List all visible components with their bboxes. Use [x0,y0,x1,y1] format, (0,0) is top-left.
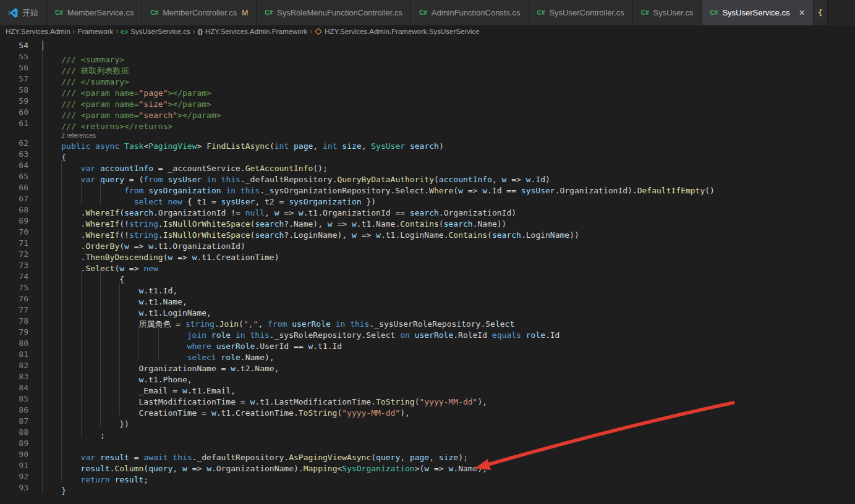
code-line-62[interactable]: public async Task<PagingView> FindListAs… [42,138,444,149]
code-line-63[interactable]: { [42,149,66,160]
line-number-77: 77 [0,304,28,316]
code-line-85[interactable]: LastModificationTime = w.t1.LastModifica… [42,393,487,405]
indent-guide [81,393,100,405]
code-line-70[interactable]: .WhereIf(!string.IsNullOrWhiteSpace(sear… [42,227,579,238]
code-line-84[interactable]: _Email = w.t1.Email, [42,382,236,393]
tab-label: SysUser.cs [653,8,694,17]
line-number-83: 83 [0,371,28,382]
tab-membercontroller-cs[interactable]: C#MemberController.csM [142,0,257,25]
code-line-88[interactable]: ; [42,427,105,438]
tab-memberservice-cs[interactable]: C#MemberService.cs [47,0,142,25]
tab-brace[interactable]: 开始 [0,0,47,25]
code-line-65[interactable]: var query = (from sysUser in this._defau… [42,171,550,182]
code-line-86[interactable]: CreationTime = w.t1.CreationTime.ToStrin… [42,405,410,416]
code-line-55[interactable]: /// <summary> [42,51,124,62]
csharp-file-icon: C# [710,9,718,16]
code-line-91[interactable]: result.Column(query, w => w.Organization… [42,460,487,471]
code-line-87[interactable]: }) [42,416,129,427]
indent-guide [61,293,80,304]
code-line-69[interactable]: .WhereIf(!string.IsNullOrWhiteSpace(sear… [42,216,506,227]
code-line-89[interactable] [42,438,81,449]
code-token: ) [439,141,444,151]
indent-guide [81,316,100,327]
code-editor[interactable]: 5455/// <summary>56/// 获取列表数据57/// </sum… [0,38,855,494]
line-number-90: 90 [0,449,28,460]
indent-guide [42,282,61,293]
code-line-54[interactable] [42,40,61,51]
breadcrumb-label: Framework [78,28,114,35]
code-token: w [424,464,429,473]
code-line-72[interactable]: .ThenByDescending(w => w.t1.CreationTime… [42,249,279,260]
indent-guide [119,316,138,327]
breadcrumb-item-sysuserservice-cs[interactable]: C#SysUserService.cs [121,28,190,35]
code-line-83[interactable]: w.t1.Phone, [42,371,192,382]
breadcrumb-item-hzy-services-admin[interactable]: HZY.Services.Admin [6,28,70,35]
code-line-60[interactable]: /// <param name="search"></param> [42,107,221,118]
line-number-82: 82 [0,360,28,371]
indent-guide [119,393,138,405]
code-line-73[interactable]: .Select(w => new [42,260,158,271]
code-line-90[interactable]: var result = await this._defaultReposito… [42,449,468,460]
code-line-82[interactable]: OrganizationName = w.t2.Name, [42,360,279,371]
code-line-68[interactable]: .WhereIf(search.OrganizationId != null, … [42,204,516,216]
indent-guide [42,193,61,204]
code-line-64[interactable]: var accountInfo = _accountService.GetAcc… [42,160,328,171]
code-row-76: 76w.t1.Name, [0,293,855,304]
code-line-78[interactable]: 所属角色 = string.Join(",", from userRole in… [42,316,514,327]
code-line-71[interactable]: .OrderBy(w => w.t1.OrganizationId) [42,238,245,249]
indent-guide [61,182,80,193]
indent-guide [42,482,61,494]
indent-guide [61,371,80,382]
tab-sysuserservice-cs[interactable]: C#SysUserService.cs× [702,0,814,25]
code-line-75[interactable]: w.t1.Id, [42,282,177,293]
indent-space [119,182,124,193]
code-line-77[interactable]: w.t1.LoginName, [42,304,211,316]
code-line-61[interactable]: /// <returns></returns> [42,118,172,129]
breadcrumb-separator: › [193,27,195,36]
breadcrumb-item-hzy-services-admin-framework[interactable]: {}HZY.Services.Admin.Framework [198,28,308,35]
indent-guide [100,405,119,416]
indent-space [177,327,187,338]
tab-label: MemberController.cs [163,8,237,17]
code-line-93[interactable]: } [42,482,66,494]
vscode-logo-icon [8,8,18,18]
code-row-90: 90var result = await this._defaultReposi… [0,449,855,460]
breadcrumb-item-hzy-services-admin-framework-sysuserservice[interactable]: HZY.Services.Admin.Framework.SysUserServ… [315,28,479,35]
code-token: => [429,464,448,473]
tab-label: AdminFunctionConsts.cs [432,8,521,17]
line-number-73: 73 [0,260,28,271]
code-line-76[interactable]: w.t1.Name, [42,293,187,304]
breadcrumb-separator: › [116,27,118,36]
line-number-63: 63 [0,149,28,160]
tab-sysrolemenufunctioncontroller-cs[interactable]: C#SysRoleMenuFunctionController.cs [257,0,411,25]
indent-guide [42,427,61,438]
code-token: > [197,141,206,151]
code-line-79[interactable]: join role in this._sysRoleRepository.Sel… [42,327,559,338]
code-token: size [342,141,361,151]
code-line-57[interactable]: /// </summary> [42,74,129,85]
code-line-56[interactable]: /// 获取列表数据 [42,62,129,74]
breadcrumb-label: HZY.Services.Admin.Framework.SysUserServ… [325,28,479,35]
code-token: equals [492,330,521,340]
code-line-80[interactable]: where userRole.UserId == w.t1.Id [42,338,342,349]
code-line-66[interactable]: from sysOrganization in this._sysOrganiz… [42,182,715,193]
code-line-74[interactable]: { [42,271,124,282]
tab-sysuser-cs[interactable]: C#SysUser.cs [633,0,702,25]
code-token: SysOrganization [342,464,414,473]
tab-brace[interactable]: { [814,0,828,25]
indent-guide [42,238,61,249]
code-line-67[interactable]: select new { t1 = sysUser, t2 = sysOrgan… [42,193,376,204]
code-token: w [231,364,236,373]
code-line-81[interactable]: select role.Name), [42,349,274,360]
breadcrumb-item-framework[interactable]: Framework [78,28,114,35]
close-tab-icon[interactable]: × [799,8,804,18]
class-symbol-icon [315,28,322,35]
line-number-89: 89 [0,438,28,449]
code-line-58[interactable]: /// <param name="page"></param> [42,85,211,96]
indent-guide [119,304,138,316]
code-line-59[interactable]: /// <param name="size"></param> [42,96,211,107]
tab-adminfunctionconsts-cs[interactable]: C#AdminFunctionConsts.cs [411,0,529,25]
code-token: .t1.CreationTime. [216,408,299,418]
tab-sysusercontroller-cs[interactable]: C#SysUserController.cs [529,0,633,25]
code-line-92[interactable]: return result; [42,471,148,482]
